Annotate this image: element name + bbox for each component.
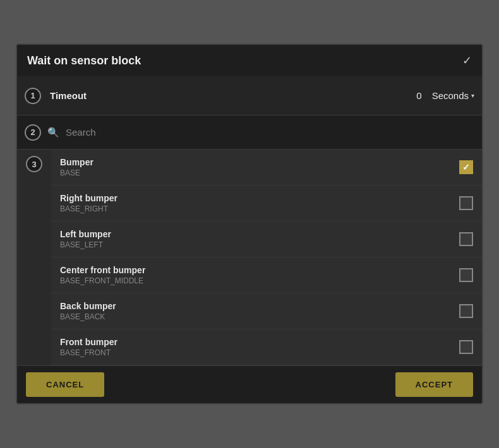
- sensor-info: Front bumper BASE_FRONT: [60, 337, 459, 357]
- timeout-label: Timeout: [50, 90, 409, 101]
- search-icon: 🔍: [47, 127, 59, 138]
- timeout-value[interactable]: 0: [409, 90, 422, 101]
- sensor-checkbox[interactable]: [459, 160, 473, 174]
- sensor-list: Bumper BASE Right bumper BASE_RIGHT Left…: [51, 150, 482, 365]
- cancel-button[interactable]: CANCEL: [26, 372, 104, 397]
- accept-button[interactable]: ACCEPT: [395, 372, 473, 397]
- sensor-code: BASE: [60, 168, 459, 177]
- list-item[interactable]: Back bumper BASE_BACK: [51, 293, 482, 329]
- sensor-code: BASE_FRONT_MIDDLE: [60, 276, 459, 285]
- search-row: 2 🔍: [17, 115, 482, 150]
- sensor-info: Center front bumper BASE_FRONT_MIDDLE: [60, 265, 459, 285]
- dialog-header: Wait on sensor block ✓: [17, 45, 482, 76]
- sensors-badge: 3: [26, 156, 42, 172]
- sensor-checkbox[interactable]: [459, 304, 473, 318]
- list-item[interactable]: Front bumper BASE_FRONT: [51, 329, 482, 365]
- sensor-info: Bumper BASE: [60, 157, 459, 177]
- sensors-badge-col: 3: [17, 150, 51, 365]
- sensor-name: Bumper: [60, 157, 459, 167]
- sensor-checkbox[interactable]: [459, 340, 473, 354]
- sensor-checkbox[interactable]: [459, 232, 473, 246]
- sensor-checkbox[interactable]: [459, 268, 473, 282]
- dialog-title: Wait on sensor block: [27, 54, 141, 68]
- sensor-name: Back bumper: [60, 301, 459, 311]
- sensor-checkbox[interactable]: [459, 196, 473, 210]
- sensor-name: Front bumper: [60, 337, 459, 347]
- sensor-code: BASE_LEFT: [60, 240, 459, 249]
- timeout-badge: 1: [25, 88, 41, 104]
- sensor-info: Left bumper BASE_LEFT: [60, 229, 459, 249]
- sensor-code: BASE_BACK: [60, 312, 459, 321]
- list-item[interactable]: Left bumper BASE_LEFT: [51, 221, 482, 257]
- dialog-footer: CANCEL ACCEPT: [17, 365, 482, 403]
- list-item[interactable]: Bumper BASE: [51, 150, 482, 186]
- sensor-code: BASE_RIGHT: [60, 204, 459, 213]
- confirm-icon[interactable]: ✓: [462, 54, 472, 68]
- list-item[interactable]: Center front bumper BASE_FRONT_MIDDLE: [51, 257, 482, 293]
- sensor-info: Back bumper BASE_BACK: [60, 301, 459, 321]
- dialog: Wait on sensor block ✓ 1 Timeout 0 Secon…: [16, 44, 483, 404]
- search-badge: 2: [25, 124, 41, 141]
- timeout-row: 1 Timeout 0 Seconds ▾: [17, 76, 482, 115]
- sensor-name: Right bumper: [60, 193, 459, 203]
- sensor-code: BASE_FRONT: [60, 348, 459, 357]
- sensor-list-section: 3 Bumper BASE Right bumper BASE_RIGHT Le…: [17, 150, 482, 365]
- list-item[interactable]: Right bumper BASE_RIGHT: [51, 186, 482, 221]
- sensor-name: Center front bumper: [60, 265, 459, 275]
- search-input[interactable]: [66, 127, 474, 138]
- sensor-name: Left bumper: [60, 229, 459, 239]
- timeout-unit-label: Seconds: [432, 90, 469, 101]
- timeout-unit-dropdown[interactable]: Seconds ▾: [432, 90, 474, 101]
- chevron-down-icon: ▾: [471, 92, 474, 99]
- sensor-info: Right bumper BASE_RIGHT: [60, 193, 459, 213]
